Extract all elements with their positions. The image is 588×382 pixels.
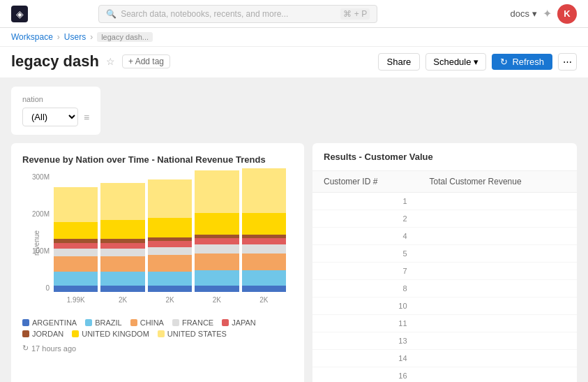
- bar-segment-0-7: [54, 187, 98, 222]
- revenue-cell: [419, 297, 577, 315]
- top-bar: ◈ 🔍 Search data, notebooks, recents, and…: [0, 0, 588, 28]
- bar-group-4[interactable]: [242, 168, 286, 292]
- legend-dot: [72, 330, 79, 337]
- header-actions: Share Schedule ▾ ↻ Refresh ⋯: [378, 53, 577, 71]
- filter-section: nation (All) ≡: [11, 87, 100, 135]
- customer-id-cell: 10: [312, 297, 419, 315]
- revenue-cell: [419, 263, 577, 280]
- more-options-button[interactable]: ⋯: [558, 53, 577, 71]
- filter-row: (All) ≡: [22, 108, 89, 126]
- refresh-small-icon: ↻: [22, 344, 29, 353]
- search-bar[interactable]: 🔍 Search data, notebooks, recents, and m…: [98, 5, 377, 23]
- col-total-revenue: Total Customer Revenue: [419, 171, 577, 193]
- bar-segment-1-6: [100, 220, 144, 240]
- chart-legend-row2: JORDANUNITED KINGDOMUNITED STATES: [22, 330, 293, 338]
- customer-id-cell: 4: [312, 228, 419, 245]
- breadcrumb-sep2: ›: [90, 32, 93, 42]
- revenue-cell: [419, 193, 577, 210]
- table-row: 14: [312, 350, 577, 367]
- legend-label: BRAZIL: [95, 318, 122, 327]
- table-row: 16: [312, 367, 577, 383]
- bar-segment-0-2: [54, 256, 98, 272]
- chart-title: Revenue by Nation over Time - National R…: [22, 154, 293, 165]
- legend-item: JORDAN: [22, 330, 63, 338]
- search-shortcut: ⌘ + P: [340, 8, 370, 20]
- filter-action-icon[interactable]: ≡: [84, 112, 89, 123]
- bar-segment-4-6: [242, 213, 286, 235]
- refresh-button[interactable]: ↻ Refresh: [492, 54, 552, 70]
- bar-segment-4-1: [242, 270, 286, 286]
- table-row: 1: [312, 193, 577, 210]
- page-header: legacy dash ☆ + Add tag Share Schedule ▾…: [0, 47, 588, 78]
- customer-value-table-container[interactable]: Customer ID # Total Customer Revenue 124…: [312, 171, 577, 382]
- legend-dot: [130, 319, 137, 326]
- legend-item: ARGENTINA: [22, 318, 77, 327]
- y-label-300m: 300M: [32, 173, 50, 181]
- revenue-cell: [419, 228, 577, 245]
- chart-panel: Revenue by Nation over Time - National R…: [11, 143, 304, 382]
- x-label-3: 2K: [195, 293, 239, 313]
- table-row: 2: [312, 210, 577, 228]
- bar-segment-0-1: [54, 272, 98, 286]
- bar-segment-1-7: [100, 183, 144, 220]
- customer-id-cell: 8: [312, 280, 419, 297]
- legend-dot: [172, 319, 179, 326]
- breadcrumb-workspace[interactable]: Workspace: [11, 32, 53, 42]
- customer-id-cell: 14: [312, 350, 419, 367]
- sparkle-icon: ✦: [543, 7, 552, 20]
- search-icon: 🔍: [106, 9, 116, 19]
- bar-segment-1-2: [100, 256, 144, 272]
- bar-group-3[interactable]: [195, 170, 239, 292]
- bar-segment-4-2: [242, 254, 286, 270]
- bar-group-1[interactable]: [100, 183, 144, 292]
- customer-id-cell: 1: [312, 193, 419, 210]
- legend-item: CHINA: [130, 318, 164, 327]
- chart-legend: ARGENTINABRAZILCHINAFRANCEJAPAN: [22, 318, 293, 327]
- content-area: nation (All) ≡ Revenue by Nation over Ti…: [0, 78, 588, 382]
- app-logo: ◈: [11, 6, 28, 22]
- legend-dot: [158, 330, 165, 337]
- table-row: 8: [312, 280, 577, 297]
- legend-label: JAPAN: [232, 318, 256, 327]
- customer-value-panel: Results - Customer Value Customer ID # T…: [312, 143, 577, 382]
- customer-id-cell: 11: [312, 315, 419, 332]
- breadcrumb-current: legacy dash...: [97, 32, 153, 42]
- x-label-4: 2K: [242, 293, 286, 313]
- docs-button[interactable]: docs ▾: [511, 8, 537, 19]
- y-label-200m: 200M: [32, 210, 50, 218]
- bar-group-2[interactable]: [148, 179, 192, 292]
- schedule-button[interactable]: Schedule ▾: [425, 53, 486, 71]
- legend-label: FRANCE: [182, 318, 213, 327]
- legend-dot: [222, 319, 229, 326]
- bar-segment-1-4: [100, 243, 144, 249]
- schedule-label: Schedule: [433, 57, 471, 67]
- bar-segment-2-6: [148, 218, 192, 237]
- bar-segment-0-4: [54, 243, 98, 249]
- bar-segment-0-3: [54, 249, 98, 256]
- revenue-cell: [419, 350, 577, 367]
- legend-label: UNITED STATES: [167, 330, 227, 338]
- avatar[interactable]: K: [557, 4, 577, 24]
- bar-segment-2-1: [148, 272, 192, 286]
- legend-item: BRAZIL: [85, 318, 122, 327]
- table-row: 5: [312, 245, 577, 263]
- docs-label: docs: [511, 8, 529, 19]
- customer-value-title: Results - Customer Value: [312, 143, 577, 171]
- table-row: 4: [312, 228, 577, 245]
- nation-filter-select[interactable]: (All): [22, 108, 78, 126]
- bar-segment-1-0: [100, 286, 144, 292]
- revenue-cell: [419, 245, 577, 263]
- bar-segment-0-6: [54, 222, 98, 239]
- legend-label: ARGENTINA: [32, 318, 77, 327]
- star-icon[interactable]: ☆: [106, 56, 115, 67]
- bar-segment-1-3: [100, 249, 144, 256]
- bar-segment-3-4: [195, 238, 239, 244]
- add-tag-button[interactable]: + Add tag: [122, 54, 170, 68]
- breadcrumb: Workspace › Users › legacy dash...: [0, 28, 588, 47]
- page-title: legacy dash: [11, 52, 99, 71]
- revenue-cell: [419, 367, 577, 383]
- share-button[interactable]: Share: [378, 53, 421, 71]
- bar-segment-3-2: [195, 254, 239, 270]
- breadcrumb-users[interactable]: Users: [64, 32, 86, 42]
- bar-group-0[interactable]: [54, 187, 98, 292]
